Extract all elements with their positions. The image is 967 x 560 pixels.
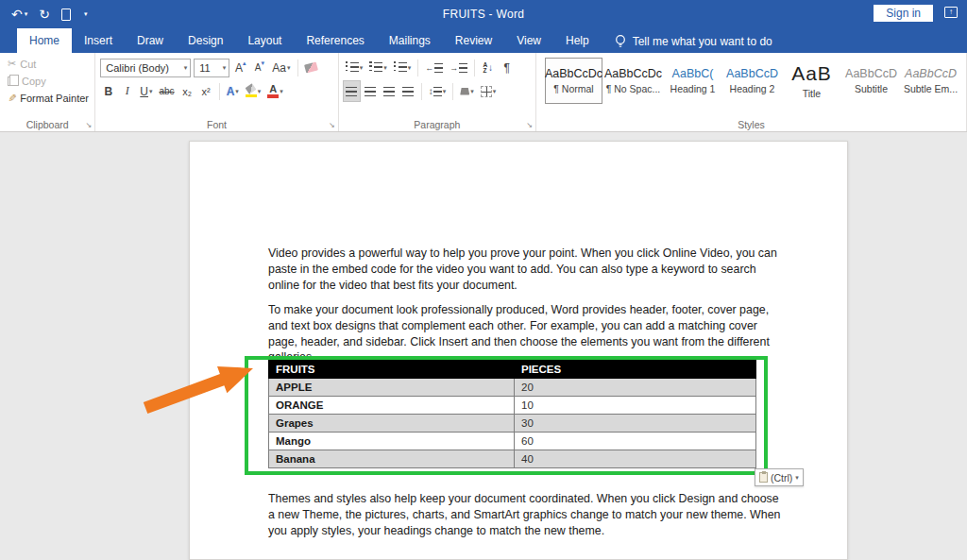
change-case-button[interactable]: Aa▾ [270, 58, 292, 77]
change-case-icon: Aa [272, 61, 286, 75]
scissors-icon: ✂ [8, 58, 16, 70]
style-subtitle[interactable]: AaBbCcD Subtitle [842, 58, 900, 104]
style-preview: AaBbC( [672, 67, 714, 80]
text-highlight-button[interactable]: ▾ [244, 81, 263, 101]
style-title[interactable]: AaB Title [783, 58, 840, 104]
style-heading1[interactable]: AaBbC( Heading 1 [664, 58, 721, 104]
align-left-icon [346, 87, 357, 96]
title-bar: ↶▾ ↻ ▾ FRUITS - Word Sign in ↑ [0, 0, 967, 28]
tell-me-box[interactable]: Tell me what you want to do [615, 28, 772, 53]
justify-icon [402, 87, 414, 96]
format-painter-button[interactable]: ✎ Format Painter [5, 90, 90, 106]
italic-button[interactable]: I [119, 81, 135, 101]
grow-font-icon: A [235, 61, 243, 75]
paragraph: Themes and styles also help keep your do… [268, 491, 783, 538]
font-size-select[interactable]: 11▾ [194, 59, 229, 77]
tab-references[interactable]: References [294, 28, 376, 53]
paragraph: Video provides a powerful way to help yo… [268, 246, 783, 293]
show-formatting-button[interactable]: ¶ [499, 58, 515, 77]
document-canvas: Video provides a powerful way to help yo… [0, 132, 967, 560]
align-left-button[interactable] [344, 81, 360, 101]
increase-indent-button[interactable]: → [448, 58, 469, 77]
borders-button[interactable]: ▾ [479, 81, 499, 101]
clipboard-group-label: Clipboard [0, 119, 94, 130]
ribbon-display-options-icon[interactable]: ↑ [944, 7, 958, 18]
line-spacing-button[interactable]: ↕▾ [427, 81, 449, 101]
style-preview: AaBbCcD [845, 67, 897, 80]
bold-button[interactable]: B [100, 81, 116, 101]
clipboard-group: ✂ Cut Copy ✎ Format Painter Clipboard ↘ [0, 53, 95, 131]
font-group-label: Font [95, 119, 337, 130]
increase-indent-icon: → [450, 63, 458, 73]
superscript-button[interactable]: x² [198, 81, 214, 101]
word-window: ↶▾ ↻ ▾ FRUITS - Word Sign in ↑ Home Inse… [0, 0, 967, 560]
style-name: Subtle Em... [904, 83, 958, 94]
style-preview: AaBbCcDc [604, 67, 662, 80]
paste-options-label: (Ctrl) [771, 472, 792, 484]
tab-mailings[interactable]: Mailings [377, 28, 443, 53]
cut-label: Cut [20, 59, 36, 70]
sort-button[interactable]: AZ↓ [480, 58, 496, 77]
font-name-value: Calibri (Body) [106, 62, 169, 74]
decrease-indent-icon: ← [425, 63, 433, 73]
tab-draw[interactable]: Draw [125, 28, 176, 53]
numbering-button[interactable]: ▾ [367, 58, 389, 77]
style-heading2[interactable]: AaBbCcD Heading 2 [723, 58, 781, 104]
tab-review[interactable]: Review [443, 28, 504, 53]
tab-insert[interactable]: Insert [72, 28, 125, 53]
style-subtle-emphasis[interactable]: AaBbCcD Subtle Em... [902, 58, 959, 104]
bullets-button[interactable]: ▾ [344, 58, 365, 77]
multilevel-list-button[interactable]: ▾ [392, 58, 414, 77]
align-right-button[interactable] [382, 81, 398, 101]
tab-view[interactable]: View [504, 28, 553, 53]
font-dialog-launcher[interactable]: ↘ [329, 121, 335, 129]
tell-me-label: Tell me what you want to do [633, 35, 772, 48]
eraser-icon [304, 61, 318, 73]
clipboard-dialog-launcher[interactable]: ↘ [86, 121, 93, 129]
sign-in-button[interactable]: Sign in [874, 5, 933, 22]
ribbon: ✂ Cut Copy ✎ Format Painter Clipboard ↘ … [0, 53, 967, 132]
shrink-font-button[interactable]: A▾ [251, 58, 267, 77]
tab-help[interactable]: Help [553, 28, 602, 53]
font-group: Calibri (Body)▾ 11▾ A▴ A▾ Aa▾ B I U▾ abc… [95, 53, 338, 131]
document-page[interactable]: Video provides a powerful way to help yo… [189, 141, 848, 560]
justify-button[interactable] [400, 81, 416, 101]
shrink-font-icon: A [255, 62, 262, 73]
ribbon-tab-bar: Home Insert Draw Design Layout Reference… [0, 28, 967, 53]
align-right-icon [383, 87, 395, 96]
grow-font-button[interactable]: A▴ [232, 58, 248, 77]
style-normal[interactable]: AaBbCcDc ¶ Normal [545, 58, 602, 104]
tab-home[interactable]: Home [17, 28, 72, 53]
underline-button[interactable]: U▾ [138, 81, 154, 101]
tab-design[interactable]: Design [176, 28, 235, 53]
format-painter-label: Format Painter [20, 93, 89, 104]
align-center-button[interactable] [363, 81, 379, 101]
highlighter-icon [246, 85, 257, 98]
style-name: Heading 1 [670, 83, 716, 94]
subscript-button[interactable]: x₂ [179, 81, 195, 101]
paragraph-group: ▾ ▾ ▾ ← → AZ↓ ¶ ↕▾ ▾ ▾ Paragr [339, 53, 536, 131]
style-preview: AaBbCcD [905, 67, 957, 80]
tab-layout[interactable]: Layout [235, 28, 294, 53]
copy-button[interactable]: Copy [5, 73, 90, 89]
style-name: ¶ Normal [553, 83, 593, 94]
paint-bucket-icon [460, 88, 469, 95]
style-name: ¶ No Spac... [606, 83, 661, 94]
strikethrough-button[interactable]: abc [158, 81, 177, 101]
multilevel-list-icon [394, 61, 407, 75]
lightbulb-icon [615, 34, 626, 49]
shading-button[interactable]: ▾ [458, 81, 476, 101]
paste-options-button[interactable]: (Ctrl) ▾ [755, 468, 804, 486]
text-effects-button[interactable]: A▾ [225, 81, 241, 101]
decrease-indent-button[interactable]: ← [423, 58, 445, 77]
style-preview: AaBbCcDc [545, 67, 602, 80]
font-name-select[interactable]: Calibri (Body)▾ [100, 59, 191, 77]
paragraph-dialog-launcher[interactable]: ↘ [526, 121, 533, 129]
style-name: Title [803, 88, 821, 99]
font-color-button[interactable]: A▾ [265, 81, 285, 101]
chevron-down-icon: ▾ [184, 64, 188, 72]
annotation-highlight-box [245, 356, 768, 475]
cut-button[interactable]: ✂ Cut [5, 56, 90, 72]
style-no-spacing[interactable]: AaBbCcDc ¶ No Spac... [604, 58, 662, 104]
clear-formatting-button[interactable] [303, 58, 319, 77]
